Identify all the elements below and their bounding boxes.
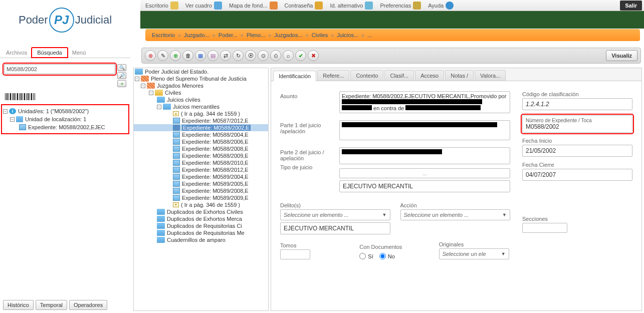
tree-juicios-mercantiles[interactable]: −Juicios mercantiles	[134, 103, 268, 110]
tab-busqueda[interactable]: Búsqueda	[31, 47, 68, 58]
search-input[interactable]	[4, 64, 115, 74]
radio-no[interactable]: No	[379, 253, 395, 259]
field-codigo[interactable]: 1.2.4.1.2	[522, 98, 632, 110]
tree-exp-0[interactable]: Expediente: M0587/2012,E	[134, 117, 268, 124]
search-go-button[interactable]: 🔍	[117, 64, 126, 71]
collapse-icon[interactable]: −	[141, 84, 145, 88]
bc-civiles[interactable]: Civiles	[312, 32, 328, 38]
tb-grid1[interactable]: ▦	[195, 50, 206, 61]
select-delitos[interactable]: Seleccione un elemento ...	[280, 209, 390, 220]
field-tomos[interactable]	[280, 249, 310, 259]
tree-civiles[interactable]: −Civiles	[134, 89, 268, 96]
menu-mapa-fondos[interactable]: Mapa de fond...	[226, 1, 280, 11]
field-asunto[interactable]: Expediente: M0588/2002,EJECUTIVO MERCANT…	[339, 91, 510, 113]
field-delitos-val[interactable]: EJECUTIVO MERCANTIL	[280, 222, 390, 234]
field-tipo-extra[interactable]: ...	[339, 168, 510, 178]
ftab-acceso[interactable]: Acceso	[415, 70, 444, 81]
expand-toggle-icon[interactable]: −	[3, 109, 8, 114]
tb-delete[interactable]: ⊗	[145, 50, 156, 61]
tree-page-down[interactable]: ▼( Ir a pág. 346 de 1559 )	[134, 201, 268, 208]
tab-temporal[interactable]: Temporal	[36, 300, 67, 310]
document-icon	[173, 188, 180, 194]
tree-juicios-civiles[interactable]: Juicios civiles	[134, 96, 268, 103]
tb-trash[interactable]: 🗑	[182, 50, 193, 61]
result-root[interactable]: − i Unidad/es: 1 ("M0588/2002")	[3, 107, 127, 115]
tb-grid2[interactable]: ▤	[207, 50, 219, 61]
tb-refresh[interactable]: ↻	[233, 50, 244, 61]
result-loc[interactable]: − Unidad de localización: 1	[3, 115, 127, 123]
tree-exp-7[interactable]: Expediente: M0588/2012,E	[134, 166, 268, 173]
tree-exp-5[interactable]: Expediente: M0588/2009,E	[134, 152, 268, 159]
tab-operadores[interactable]: Operadores	[69, 300, 107, 310]
tb-search[interactable]: ⌕	[283, 50, 294, 61]
radio-si[interactable]: Sí	[359, 253, 373, 259]
select-accion[interactable]: Seleccione un elemento ...	[400, 209, 511, 220]
tree-pleno[interactable]: −Pleno del Supremo Tribunal de Justicia	[134, 75, 268, 82]
select-originales[interactable]: Seleccione un ele	[439, 248, 509, 259]
tb-edit[interactable]: ✎	[157, 50, 168, 61]
ftab-contexto[interactable]: Contexto	[350, 70, 383, 81]
collapse-icon[interactable]: −	[149, 91, 153, 95]
tb-confirm[interactable]: ✔	[295, 50, 306, 61]
left-tabs: Archivos Búsqueda Menú	[0, 43, 130, 58]
result-expediente[interactable]: Expediente: M0588/2002,EJEC	[3, 123, 127, 131]
menu-salir[interactable]: Salir	[620, 1, 642, 11]
tab-menu[interactable]: Menú	[68, 48, 90, 58]
tree-exp-1[interactable]: Expediente: M0588/2002,E	[134, 124, 268, 131]
tree-root[interactable]: Poder Judicial del Estado.	[134, 68, 268, 75]
ftab-valoracion[interactable]: Valora...	[475, 70, 506, 81]
tb-dot[interactable]: ⊙	[258, 50, 269, 61]
ftab-clasificacion[interactable]: Clasif...	[384, 70, 414, 81]
tree-exp-8[interactable]: Expediente: M0589/2004,E	[134, 173, 268, 180]
bc-juzgado[interactable]: Juzgado...	[184, 32, 209, 38]
visualizar-button[interactable]: Visualiz	[606, 50, 637, 61]
field-parte2[interactable]	[339, 147, 510, 164]
tree-exp-4[interactable]: Expediente: M0588/2008,E	[134, 145, 268, 152]
tree-exp-10[interactable]: Expediente: M0589/2008,E	[134, 187, 268, 194]
menu-ayuda[interactable]: Ayuda	[425, 1, 457, 11]
menu-escritorio[interactable]: Escritorio	[142, 1, 181, 11]
bc-pleno[interactable]: Pleno...	[247, 32, 265, 38]
menu-id-alternativo[interactable]: Id. alternativo	[327, 1, 376, 11]
menu-contrasena[interactable]: Contraseña	[282, 1, 326, 11]
tb-swap[interactable]: ⇄	[220, 50, 231, 61]
tab-historico[interactable]: Histórico	[3, 300, 34, 310]
expand-toggle-icon[interactable]: −	[10, 117, 15, 122]
tree-exp-2[interactable]: Expediente: M0588/2004,E	[134, 131, 268, 138]
menu-preferencias[interactable]: Preferencias	[377, 1, 424, 11]
field-secciones[interactable]	[522, 223, 567, 233]
tree-dup-2[interactable]: Duplicados de Requisitorias Ci	[134, 222, 268, 229]
ftab-notas[interactable]: Notas /	[445, 70, 474, 81]
ftab-referencias[interactable]: Refere...	[317, 70, 349, 81]
tree-juzgados[interactable]: −Juzgados Menores	[134, 82, 268, 89]
tb-print[interactable]: ⎙	[270, 50, 281, 61]
tb-cancel[interactable]: ✖	[308, 50, 319, 61]
tree-exp-6[interactable]: Expediente: M0588/2010,E	[134, 159, 268, 166]
field-fecha-inicio[interactable]: 21/05/2002	[522, 145, 632, 157]
field-fecha-cierre[interactable]: 04/07/2007	[522, 169, 632, 181]
field-parte1[interactable]	[339, 120, 510, 140]
tb-add[interactable]: ⊕	[170, 50, 181, 61]
field-tipo-juicio[interactable]: EJECUTIVO MERCANTIL	[339, 180, 510, 192]
search-add-button[interactable]: ＋	[117, 80, 126, 87]
bc-juzgados[interactable]: Juzgados...	[274, 32, 302, 38]
collapse-icon[interactable]: −	[135, 77, 139, 81]
ftab-identificacion[interactable]: Identificación	[273, 71, 316, 81]
bc-escritorio[interactable]: Escritorio	[152, 32, 175, 38]
bc-juicios[interactable]: Juicios...	[337, 32, 358, 38]
tree-page-up[interactable]: ▲( Ir a pág. 344 de 1559 )	[134, 110, 268, 117]
search-advanced-button[interactable]: 🔎	[117, 72, 126, 79]
tb-target[interactable]: ⦿	[245, 50, 256, 61]
menu-ver-cuadro[interactable]: Ver cuadro	[182, 1, 225, 11]
tree-exp-11[interactable]: Expediente: M0589/2009,E	[134, 194, 268, 201]
tree-dup-0[interactable]: Duplicados de Exhortos Civiles	[134, 208, 268, 215]
tree-dup-1[interactable]: Duplicados de Exhortos Merca	[134, 215, 268, 222]
tree-exp-3[interactable]: Expediente: M0588/2006,E	[134, 138, 268, 145]
field-num-expediente[interactable]: Número de Expediente / Toca M0588/2002	[522, 115, 632, 133]
tab-archivos[interactable]: Archivos	[2, 48, 31, 58]
tree-dup-4[interactable]: Cuadernillos de amparo	[134, 236, 268, 243]
tree-exp-9[interactable]: Expediente: M0589/2005,E	[134, 180, 268, 187]
tree-dup-3[interactable]: Duplicados de Requisitorias Me	[134, 229, 268, 236]
bc-poder[interactable]: Poder...	[219, 32, 238, 38]
collapse-icon[interactable]: −	[157, 105, 161, 109]
